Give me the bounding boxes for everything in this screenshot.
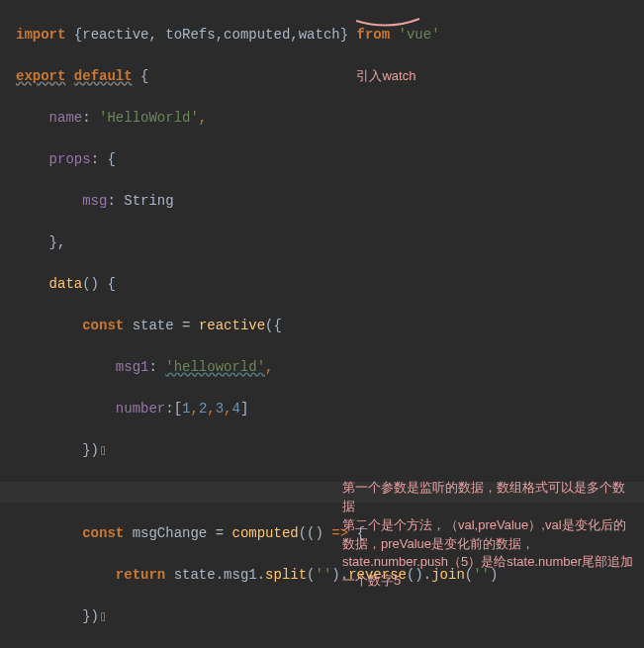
annotation-line-1: 第一个参数是监听的数据，数组格式可以是多个数据: [342, 479, 634, 516]
annotation-intro-watch: 引入watch: [356, 68, 415, 83]
annotation-block: 第一个参数是监听的数据，数组格式可以是多个数据 第二个是个方法，（val,pre…: [342, 479, 634, 591]
annotation-line-2: 第二个是个方法，（val,preValue）,val是变化后的数据，preVal…: [342, 516, 634, 591]
kw-import: import: [16, 27, 65, 43]
kw-export: export: [16, 68, 65, 84]
